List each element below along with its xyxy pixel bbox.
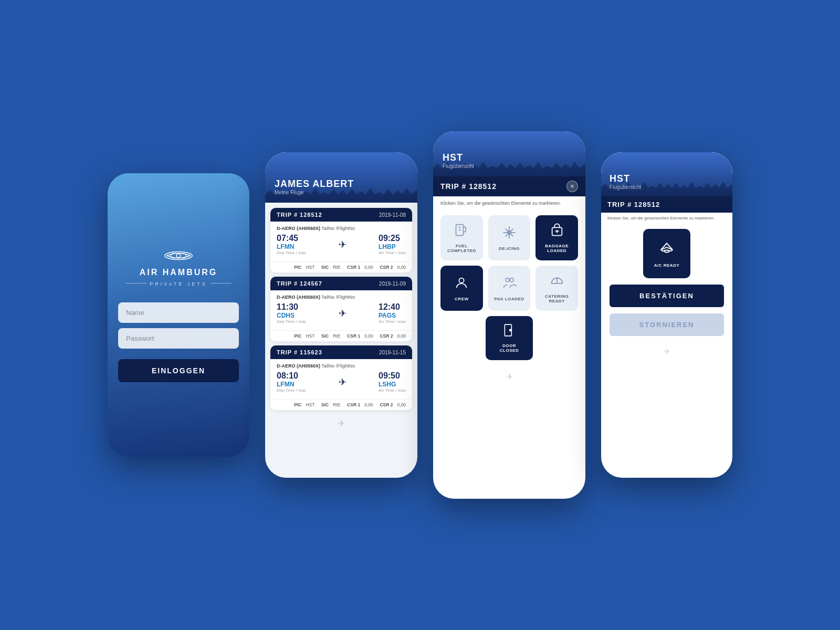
flight-card-3[interactable]: TRIP # 115623 2019-11-15 D-AERO (AH0560X… <box>270 345 412 410</box>
logo-divider: PRIVATE JETS <box>125 279 232 287</box>
flight-card-header-1: TRIP # 128512 2019-11-08 <box>270 208 412 222</box>
crew-icon <box>454 276 469 293</box>
password-input[interactable] <box>118 328 239 349</box>
name-input[interactable] <box>118 302 239 323</box>
svg-point-1 <box>176 254 181 258</box>
ac-ready-label: A/C READY <box>654 263 680 268</box>
confirm-instruction: Klicken Sie, um die gewünschten Elemente… <box>601 213 732 224</box>
login-content: AIR HAMBURG PRIVATE JETS EINLOGGEN <box>118 248 239 382</box>
flights-footer-logo: ✈ <box>270 414 412 433</box>
status-footer-logo: ✈ <box>433 365 585 388</box>
flight-dep-3: 08:10 LFMN Dep Time / Icao <box>277 371 306 393</box>
arr-time-3: 09:50 <box>379 371 406 381</box>
trip-number-1: TRIP # 128512 <box>277 212 322 218</box>
confirm-body: A/C READY BESTÄTIGEN STORNIEREN <box>601 224 732 341</box>
status-close-button[interactable]: × <box>566 181 578 192</box>
confirm-button[interactable]: BESTÄTIGEN <box>610 285 724 307</box>
flight-aircraft-3: D-AERO (AH0560X) TailNo /FlightNo <box>277 363 406 369</box>
flight-arr-2: 12:40 PAGS Arr Time / Icao <box>379 302 406 324</box>
phone-login: AIR HAMBURG PRIVATE JETS EINLOGGEN <box>108 173 249 457</box>
screens-container: AIR HAMBURG PRIVATE JETS EINLOGGEN JAMES… <box>87 110 753 520</box>
arr-label-3: Arr Time / Icao <box>379 388 406 393</box>
svg-point-5 <box>459 278 464 282</box>
flight-route-3: 08:10 LFMN Dep Time / Icao ✈ 09:50 LSHG … <box>277 371 406 393</box>
logo-area: AIR HAMBURG PRIVATE JETS <box>125 248 232 287</box>
status-item-deicing[interactable]: DE-ICING <box>488 215 531 260</box>
status-door-row: DOOR CLOSED <box>433 316 585 365</box>
dep-icao-2: CDHS <box>277 312 306 319</box>
confirm-trip-bar: TRIP # 128512 <box>601 196 732 213</box>
arr-icao-2: PAGS <box>379 312 406 319</box>
status-trip-bar: TRIP # 128512 × <box>433 176 585 196</box>
flight-route-1: 07:45 LFMN Dep Time / Icao ✈ 09:25 LHBP … <box>277 234 406 255</box>
trip-number-3: TRIP # 115623 <box>277 349 322 355</box>
status-header: HST Flugübersicht <box>433 131 585 176</box>
flight-arr-1: 09:25 LHBP Arr Time / Icao <box>379 234 406 255</box>
door-icon <box>502 323 516 340</box>
flight-card-1[interactable]: TRIP # 128512 2019-11-08 D-AERO (AH0560X… <box>270 208 412 272</box>
fuel-label: FUEL COMPLETED <box>446 244 478 253</box>
deicing-icon <box>502 225 517 243</box>
baggage-icon <box>550 223 564 240</box>
arr-label-2: Arr Time / Icao <box>379 319 406 324</box>
flight-card-2[interactable]: TRIP # 124567 2019-11-09 D-AERO (AH0560X… <box>270 277 412 341</box>
air-hamburg-logo-icon <box>163 248 194 264</box>
flight-card-body-3: D-AERO (AH0560X) TailNo /FlightNo 08:10 … <box>270 359 412 399</box>
svg-point-6 <box>506 278 509 281</box>
confirm-footer-logo: ✈ <box>601 341 732 362</box>
cancel-button[interactable]: STORNIEREN <box>610 313 724 336</box>
plane-icon-3: ✈ <box>310 376 374 388</box>
flights-list: TRIP # 128512 2019-11-08 D-AERO (AH0560X… <box>265 203 417 478</box>
status-item-fuel[interactable]: FUEL COMPLETED <box>440 215 483 260</box>
dep-time-3: 08:10 <box>277 371 306 381</box>
status-item-crew[interactable]: CREW <box>440 266 483 311</box>
flight-route-2: 11:30 CDHS Dep Time / Icao ✈ 12:40 PAGS … <box>277 302 406 324</box>
dep-label-1: Dep Time / Icao <box>277 250 306 255</box>
login-fields <box>118 302 239 349</box>
flight-card-body-1: D-AERO (AH0560X) TailNo /FlightNo 07:45 … <box>270 222 412 261</box>
flights-header-title: JAMES ALBERT <box>275 178 408 190</box>
dep-icao-3: LFMN <box>277 381 306 388</box>
svg-point-7 <box>510 278 513 281</box>
flight-aircraft-2: D-AERO (AH0560X) TailNo /FlightNo <box>277 295 406 300</box>
dep-time-1: 07:45 <box>277 234 306 243</box>
status-item-catering[interactable]: CATERING READY <box>536 266 578 311</box>
flight-dep-1: 07:45 LFMN Dep Time / Icao <box>277 234 306 255</box>
flight-card-header-2: TRIP # 124567 2019-11-09 <box>270 277 412 290</box>
phone-status: HST Flugübersicht TRIP # 128512 × Klicke… <box>433 131 585 499</box>
dep-label-2: Dep Time / Icao <box>277 319 306 324</box>
ac-ready-icon <box>659 239 675 259</box>
flight-date-3: 2019-11-15 <box>379 350 406 355</box>
dep-time-2: 11:30 <box>277 302 306 312</box>
confirm-header-title: HST <box>610 173 724 184</box>
arr-label-1: Arr Time / Icao <box>379 250 406 255</box>
confirm-header: HST Flugübersicht <box>601 152 732 196</box>
arr-icao-1: LHBP <box>379 243 406 250</box>
flight-date-1: 2019-11-08 <box>379 212 406 218</box>
login-button[interactable]: EINLOGGEN <box>118 359 239 382</box>
door-label: DOOR CLOSED <box>496 343 522 353</box>
status-item-door[interactable]: DOOR CLOSED <box>486 316 533 360</box>
logo-title: AIR HAMBURG <box>140 268 218 277</box>
flights-header-subtitle: Meine Flüge <box>275 190 408 195</box>
svg-point-10 <box>510 329 511 331</box>
status-trip-no: TRIP # 128512 <box>440 182 497 191</box>
arr-time-1: 09:25 <box>379 234 406 243</box>
dep-icao-1: LFMN <box>277 243 306 250</box>
flight-aircraft-1: D-AERO (AH0560X) TailNo /FlightNo <box>277 226 406 231</box>
arr-icao-3: LSHG <box>379 381 406 388</box>
plane-icon-1: ✈ <box>310 239 374 250</box>
status-item-pax[interactable]: PAX LOADED <box>488 266 531 311</box>
confirm-item-ac[interactable]: A/C READY <box>643 229 690 278</box>
flight-dep-2: 11:30 CDHS Dep Time / Icao <box>277 302 306 324</box>
catering-label: CATERING READY <box>541 294 573 303</box>
status-instruction: Klicken Sie, um die gewünschten Elemente… <box>433 196 585 210</box>
flight-footer-3: PIC HST SIC RIE CSR 1 0,00 CSR 2 0,00 <box>270 399 412 410</box>
dep-label-3: Dep Time / Icao <box>277 388 306 393</box>
confirm-header-subtitle: Flugübersicht <box>610 184 724 190</box>
status-grid: FUEL COMPLETED DE-ICING <box>433 210 585 316</box>
flight-card-header-3: TRIP # 115623 2019-11-15 <box>270 345 412 359</box>
baggage-label: BAGGAGE LOADED <box>541 244 573 253</box>
logo-subtitle: PRIVATE JETS <box>150 281 207 287</box>
status-item-baggage[interactable]: BAGGAGE LOADED <box>536 215 578 260</box>
